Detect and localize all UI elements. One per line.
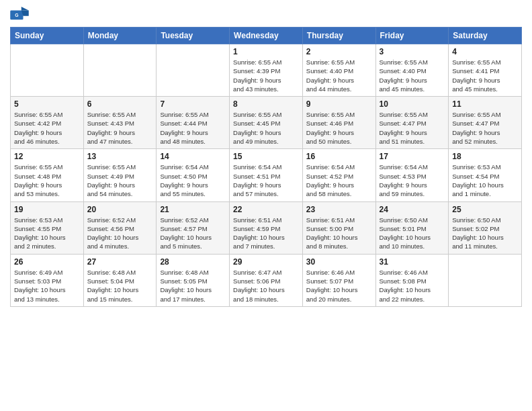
day-number: 1 [233,47,299,56]
day-number: 21 [160,205,226,214]
day-info: Sunrise: 6:53 AM Sunset: 4:55 PM Dayligh… [14,216,80,251]
day-info: Sunrise: 6:55 AM Sunset: 4:47 PM Dayligh… [452,110,518,146]
day-info: Sunrise: 6:49 AM Sunset: 5:03 PM Dayligh… [14,268,80,304]
day-info: Sunrise: 6:55 AM Sunset: 4:42 PM Dayligh… [14,110,80,146]
day-number: 23 [306,205,372,214]
calendar-cell: 11Sunrise: 6:55 AM Sunset: 4:47 PM Dayli… [449,97,522,149]
calendar-cell [83,44,157,97]
calendar-cell: 4Sunrise: 6:55 AM Sunset: 4:41 PM Daylig… [449,44,522,97]
day-info: Sunrise: 6:55 AM Sunset: 4:39 PM Dayligh… [233,58,299,93]
day-number: 7 [160,99,226,109]
day-info: Sunrise: 6:55 AM Sunset: 4:48 PM Dayligh… [14,163,80,198]
calendar-cell: 31Sunrise: 6:46 AM Sunset: 5:08 PM Dayli… [375,254,449,306]
calendar-cell: 19Sunrise: 6:53 AM Sunset: 4:55 PM Dayli… [11,201,84,254]
day-info: Sunrise: 6:51 AM Sunset: 4:59 PM Dayligh… [233,216,299,251]
calendar-cell: 2Sunrise: 6:55 AM Sunset: 4:40 PM Daylig… [302,44,375,97]
weekday-header: Friday [375,28,449,44]
day-number: 19 [14,205,80,214]
calendar-cell [449,254,522,306]
calendar-cell: 16Sunrise: 6:54 AM Sunset: 4:52 PM Dayli… [302,149,375,201]
day-number: 3 [380,47,445,56]
weekday-header: Saturday [449,28,522,44]
day-info: Sunrise: 6:54 AM Sunset: 4:51 PM Dayligh… [233,163,299,198]
calendar-cell: 21Sunrise: 6:52 AM Sunset: 4:57 PM Dayli… [157,201,230,254]
day-number: 24 [380,205,445,214]
day-number: 29 [233,257,299,267]
calendar: SundayMondayTuesdayWednesdayThursdayFrid… [10,27,522,307]
day-number: 31 [380,257,445,267]
logo: G [10,7,32,21]
calendar-cell [157,44,230,97]
calendar-cell: 20Sunrise: 6:52 AM Sunset: 4:56 PM Dayli… [83,201,157,254]
day-info: Sunrise: 6:52 AM Sunset: 4:56 PM Dayligh… [87,216,153,251]
day-number: 30 [306,257,372,267]
day-number: 2 [306,47,372,56]
day-info: Sunrise: 6:47 AM Sunset: 5:06 PM Dayligh… [233,268,299,304]
calendar-cell: 10Sunrise: 6:55 AM Sunset: 4:47 PM Dayli… [375,97,449,149]
weekday-header: Monday [83,28,157,44]
day-number: 9 [306,99,372,109]
day-number: 10 [380,99,445,109]
day-number: 27 [87,257,153,267]
day-number: 18 [452,152,518,161]
calendar-cell: 27Sunrise: 6:48 AM Sunset: 5:04 PM Dayli… [83,254,157,306]
calendar-cell: 6Sunrise: 6:55 AM Sunset: 4:43 PM Daylig… [83,97,157,149]
day-number: 26 [14,257,80,267]
weekday-header: Wednesday [230,28,303,44]
day-info: Sunrise: 6:55 AM Sunset: 4:40 PM Dayligh… [306,58,372,93]
day-number: 11 [452,99,518,109]
day-number: 17 [380,152,445,161]
calendar-cell: 3Sunrise: 6:55 AM Sunset: 4:40 PM Daylig… [375,44,449,97]
day-info: Sunrise: 6:50 AM Sunset: 5:02 PM Dayligh… [452,216,518,251]
calendar-cell: 24Sunrise: 6:50 AM Sunset: 5:01 PM Dayli… [375,201,449,254]
day-info: Sunrise: 6:55 AM Sunset: 4:46 PM Dayligh… [306,110,372,146]
day-number: 13 [87,152,153,161]
day-info: Sunrise: 6:55 AM Sunset: 4:49 PM Dayligh… [87,163,153,198]
day-info: Sunrise: 6:51 AM Sunset: 5:00 PM Dayligh… [306,216,372,251]
calendar-cell [11,44,84,97]
day-number: 25 [452,205,518,214]
day-number: 15 [233,152,299,161]
calendar-cell: 26Sunrise: 6:49 AM Sunset: 5:03 PM Dayli… [11,254,84,306]
day-info: Sunrise: 6:55 AM Sunset: 4:44 PM Dayligh… [160,110,226,146]
calendar-cell: 1Sunrise: 6:55 AM Sunset: 4:39 PM Daylig… [230,44,303,97]
calendar-cell: 15Sunrise: 6:54 AM Sunset: 4:51 PM Dayli… [230,149,303,201]
calendar-cell: 13Sunrise: 6:55 AM Sunset: 4:49 PM Dayli… [83,149,157,201]
day-number: 12 [14,152,80,161]
day-number: 22 [233,205,299,214]
day-info: Sunrise: 6:54 AM Sunset: 4:52 PM Dayligh… [306,163,372,198]
day-info: Sunrise: 6:55 AM Sunset: 4:41 PM Dayligh… [452,58,518,93]
day-info: Sunrise: 6:55 AM Sunset: 4:43 PM Dayligh… [87,110,153,146]
calendar-cell: 23Sunrise: 6:51 AM Sunset: 5:00 PM Dayli… [302,201,375,254]
day-number: 28 [160,257,226,267]
day-info: Sunrise: 6:48 AM Sunset: 5:04 PM Dayligh… [87,268,153,304]
day-info: Sunrise: 6:55 AM Sunset: 4:45 PM Dayligh… [233,110,299,146]
svg-marker-2 [21,7,29,11]
calendar-cell: 12Sunrise: 6:55 AM Sunset: 4:48 PM Dayli… [11,149,84,201]
calendar-cell: 17Sunrise: 6:54 AM Sunset: 4:53 PM Dayli… [375,149,449,201]
weekday-header: Thursday [302,28,375,44]
day-info: Sunrise: 6:55 AM Sunset: 4:47 PM Dayligh… [380,110,445,146]
day-info: Sunrise: 6:54 AM Sunset: 4:53 PM Dayligh… [380,163,445,198]
weekday-header: Tuesday [157,28,230,44]
day-number: 20 [87,205,153,214]
svg-text:G: G [15,13,18,17]
calendar-cell: 22Sunrise: 6:51 AM Sunset: 4:59 PM Dayli… [230,201,303,254]
day-info: Sunrise: 6:46 AM Sunset: 5:07 PM Dayligh… [306,268,372,304]
calendar-cell: 7Sunrise: 6:55 AM Sunset: 4:44 PM Daylig… [157,97,230,149]
day-info: Sunrise: 6:53 AM Sunset: 4:54 PM Dayligh… [452,163,518,198]
calendar-cell: 8Sunrise: 6:55 AM Sunset: 4:45 PM Daylig… [230,97,303,149]
day-info: Sunrise: 6:50 AM Sunset: 5:01 PM Dayligh… [380,216,445,251]
calendar-cell: 25Sunrise: 6:50 AM Sunset: 5:02 PM Dayli… [449,201,522,254]
calendar-cell: 14Sunrise: 6:54 AM Sunset: 4:50 PM Dayli… [157,149,230,201]
day-info: Sunrise: 6:54 AM Sunset: 4:50 PM Dayligh… [160,163,226,198]
calendar-cell: 18Sunrise: 6:53 AM Sunset: 4:54 PM Dayli… [449,149,522,201]
day-info: Sunrise: 6:55 AM Sunset: 4:40 PM Dayligh… [380,58,445,93]
calendar-cell: 5Sunrise: 6:55 AM Sunset: 4:42 PM Daylig… [11,97,84,149]
day-number: 14 [160,152,226,161]
day-info: Sunrise: 6:46 AM Sunset: 5:08 PM Dayligh… [380,268,445,304]
calendar-cell: 28Sunrise: 6:48 AM Sunset: 5:05 PM Dayli… [157,254,230,306]
calendar-cell: 9Sunrise: 6:55 AM Sunset: 4:46 PM Daylig… [302,97,375,149]
day-info: Sunrise: 6:48 AM Sunset: 5:05 PM Dayligh… [160,268,226,304]
day-number: 5 [14,99,80,109]
